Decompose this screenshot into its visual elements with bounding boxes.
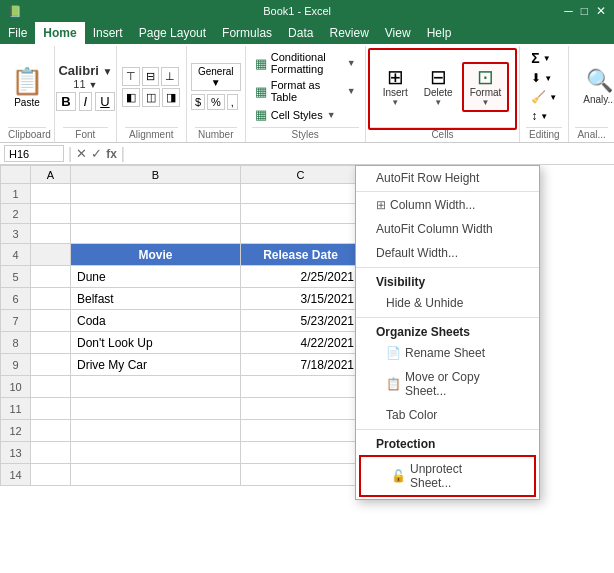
column-width-item[interactable]: ⊞ Column Width... [356,193,539,217]
autosum-button[interactable]: Σ ▼ [528,49,560,67]
cell-a2[interactable] [31,204,71,224]
conditional-formatting-button[interactable]: ▦ Conditional Formatting ▼ [252,50,359,76]
cell-c7[interactable]: 5/23/2021 [241,310,361,332]
cell-a4[interactable] [31,244,71,266]
cell-c3[interactable] [241,224,361,244]
cell-b11[interactable] [71,398,241,420]
menu-item-page-layout[interactable]: Page Layout [131,22,214,44]
fill-button[interactable]: ⬇ ▼ [528,70,560,86]
cell-c8[interactable]: 4/22/2021 [241,332,361,354]
maximize-icon[interactable]: □ [581,4,588,18]
cell-reference-input[interactable] [4,145,64,162]
italic-button[interactable]: I [79,92,93,111]
sort-filter-button[interactable]: ↕ ▼ [528,108,560,124]
format-button[interactable]: ⊡ Format ▼ [462,62,510,112]
cell-a11[interactable] [31,398,71,420]
menu-item-file[interactable]: File [0,22,35,44]
cell-b6[interactable]: Belfast [71,288,241,310]
cell-c14[interactable] [241,464,361,486]
comma-icon[interactable]: , [227,94,238,110]
row-header-10[interactable]: 10 [1,376,31,398]
cell-a5[interactable] [31,266,71,288]
underline-button[interactable]: U [95,92,114,111]
cell-b2[interactable] [71,204,241,224]
cell-a10[interactable] [31,376,71,398]
cell-c4-release-date[interactable]: Release Date [241,244,361,266]
cell-a3[interactable] [31,224,71,244]
row-header[interactable]: 1 [1,184,31,204]
row-header-11[interactable]: 11 [1,398,31,420]
menu-item-review[interactable]: Review [321,22,376,44]
menu-item-insert[interactable]: Insert [85,22,131,44]
row-header-6[interactable]: 6 [1,288,31,310]
row-header[interactable]: 3 [1,224,31,244]
cell-b13[interactable] [71,442,241,464]
close-icon[interactable]: ✕ [596,4,606,18]
cell-b9[interactable]: Drive My Car [71,354,241,376]
cell-a6[interactable] [31,288,71,310]
tab-color-item[interactable]: Tab Color [356,403,539,427]
col-header-c[interactable]: C [241,166,361,184]
cell-b12[interactable] [71,420,241,442]
align-bottom-icon[interactable]: ⊥ [161,67,179,86]
autofit-row-height-item[interactable]: AutoFit Row Height [356,166,539,190]
move-copy-sheet-item[interactable]: 📋 Move or Copy Sheet... [356,365,539,403]
autofit-column-width-item[interactable]: AutoFit Column Width [356,217,539,241]
unprotect-sheet-item[interactable]: 🔓 Unprotect Sheet... [359,455,536,497]
align-top-icon[interactable]: ⊤ [122,67,140,86]
col-header-b[interactable]: B [71,166,241,184]
row-header-5[interactable]: 5 [1,266,31,288]
row-header-7[interactable]: 7 [1,310,31,332]
percent-icon[interactable]: % [207,94,225,110]
cell-c1[interactable] [241,184,361,204]
paste-button[interactable]: 📋 Paste [6,61,48,113]
cell-c5[interactable]: 2/25/2021 [241,266,361,288]
cell-b8[interactable]: Don't Look Up [71,332,241,354]
row-header-13[interactable]: 13 [1,442,31,464]
cell-a8[interactable] [31,332,71,354]
menu-item-view[interactable]: View [377,22,419,44]
currency-icon[interactable]: $ [191,94,205,110]
row-header-4[interactable]: 4 [1,244,31,266]
menu-item-formulas[interactable]: Formulas [214,22,280,44]
analyze-button[interactable]: 🔍 Analy... [579,65,614,108]
delete-button[interactable]: ⊟ Delete ▼ [417,63,460,111]
format-as-table-button[interactable]: ▦ Format as Table ▼ [252,78,359,104]
rename-sheet-item[interactable]: 📄 Rename Sheet [356,341,539,365]
cell-a9[interactable] [31,354,71,376]
row-header-8[interactable]: 8 [1,332,31,354]
align-center-icon[interactable]: ◫ [142,88,160,107]
minimize-icon[interactable]: ─ [564,4,573,18]
insert-button[interactable]: ⊞ Insert ▼ [376,63,415,111]
default-width-item[interactable]: Default Width... [356,241,539,265]
col-header-a[interactable]: A [31,166,71,184]
cell-b3[interactable] [71,224,241,244]
cell-a12[interactable] [31,420,71,442]
cell-c13[interactable] [241,442,361,464]
cell-b5[interactable]: Dune [71,266,241,288]
cell-b1[interactable] [71,184,241,204]
cell-a13[interactable] [31,442,71,464]
cell-b14[interactable] [71,464,241,486]
cell-b4-movie[interactable]: Movie [71,244,241,266]
cell-a14[interactable] [31,464,71,486]
bold-button[interactable]: B [56,92,75,111]
insert-function-icon[interactable]: fx [106,147,117,161]
cell-c2[interactable] [241,204,361,224]
hide-unhide-item[interactable]: Hide & Unhide [356,291,539,315]
align-right-icon[interactable]: ◨ [162,88,180,107]
row-header-9[interactable]: 9 [1,354,31,376]
cell-c6[interactable]: 3/15/2021 [241,288,361,310]
menu-item-home[interactable]: Home [35,22,84,44]
row-header-12[interactable]: 12 [1,420,31,442]
clear-button[interactable]: 🧹 ▼ [528,89,560,105]
cell-c10[interactable] [241,376,361,398]
row-header-14[interactable]: 14 [1,464,31,486]
cell-c11[interactable] [241,398,361,420]
align-left-icon[interactable]: ◧ [122,88,140,107]
formula-input[interactable] [129,147,610,161]
cell-a7[interactable] [31,310,71,332]
cell-c12[interactable] [241,420,361,442]
menu-item-data[interactable]: Data [280,22,321,44]
confirm-input-icon[interactable]: ✓ [91,146,102,161]
